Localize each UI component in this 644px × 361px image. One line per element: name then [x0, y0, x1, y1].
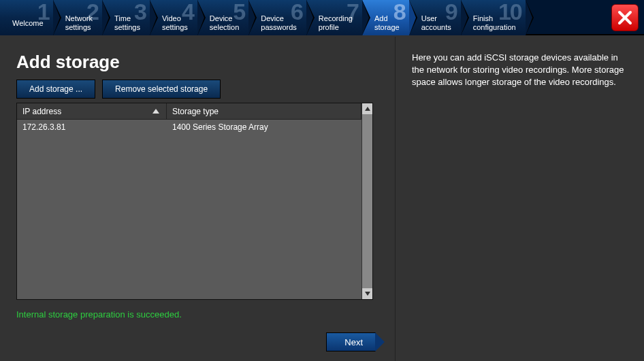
status-message: Internal storage preparation is succeede…	[16, 309, 395, 320]
help-panel: Here you can add iSCSI storage devices a…	[395, 37, 644, 361]
table-header: IP address Storage type	[17, 103, 361, 120]
wizard-step-7[interactable]: 7Recording profile	[306, 0, 362, 35]
step-label: Device selection	[210, 14, 239, 32]
chevron-up-icon	[365, 107, 370, 111]
step-label: Finish configuration	[473, 14, 516, 32]
step-label: User accounts	[421, 14, 451, 32]
page-title: Add storage	[16, 52, 395, 73]
help-text: Here you can add iSCSI storage devices a…	[412, 52, 628, 88]
storage-table: IP address Storage type 172.26.3.811400 …	[16, 103, 373, 300]
sort-ascending-icon	[152, 109, 159, 114]
wizard-step-1[interactable]: 1Welcome	[0, 0, 53, 35]
wizard-step-10[interactable]: 10Finish configuration	[461, 0, 526, 35]
cell-type: 1400 Series Storage Array	[167, 120, 361, 136]
wizard-step-6[interactable]: 6Device passwords	[248, 0, 306, 35]
table-body: 172.26.3.811400 Series Storage Array	[17, 120, 361, 299]
cell-ip: 172.26.3.81	[17, 120, 167, 136]
step-label: Time settings	[114, 14, 140, 32]
add-storage-button[interactable]: Add storage ...	[16, 80, 95, 99]
chevron-down-icon	[365, 292, 370, 296]
step-label: Welcome	[12, 19, 44, 28]
step-label: Network settings	[65, 14, 93, 32]
remove-storage-button[interactable]: Remove selected storage	[102, 80, 221, 99]
step-label: Recording profile	[319, 14, 353, 32]
scroll-up-button[interactable]	[362, 103, 372, 114]
close-button[interactable]	[611, 4, 639, 31]
wizard-steps: 1Welcome2Network settings3Time settings4…	[0, 0, 644, 35]
next-button[interactable]: Next	[326, 332, 376, 351]
main-panel: Add storage Add storage ... Remove selec…	[0, 37, 395, 361]
scroll-down-button[interactable]	[362, 288, 372, 299]
step-label: Device passwords	[261, 14, 297, 32]
step-label: Video settings	[162, 14, 188, 32]
table-row[interactable]: 172.26.3.811400 Series Storage Array	[17, 120, 361, 136]
step-label: Add storage	[374, 14, 400, 32]
col-header-ip[interactable]: IP address	[17, 103, 167, 119]
vertical-scrollbar[interactable]	[361, 103, 372, 299]
next-button-label: Next	[344, 337, 363, 347]
close-icon	[617, 10, 633, 26]
col-header-type[interactable]: Storage type	[167, 103, 361, 119]
col-header-ip-label: IP address	[22, 107, 61, 116]
